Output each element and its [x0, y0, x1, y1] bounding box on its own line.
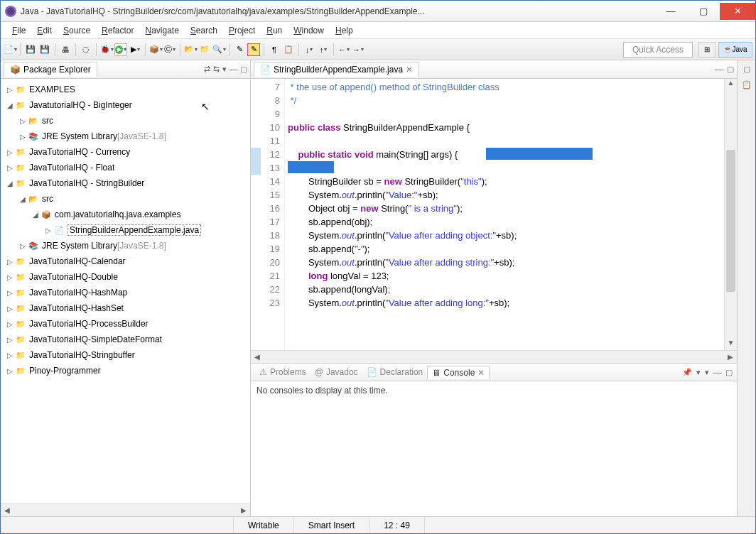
- tree-item[interactable]: ▷📁JavaTutorialHQ - Float: [1, 160, 250, 175]
- menu-source[interactable]: Source: [58, 24, 96, 37]
- right-trim-bar: ▢ 📋: [737, 60, 755, 516]
- tab-declaration[interactable]: 📄 Declaration: [362, 366, 428, 378]
- skip-breakpoints-button[interactable]: ◌: [80, 43, 92, 56]
- vertical-scrollbar[interactable]: ▲ ▼: [724, 79, 737, 350]
- maximize-view-icon[interactable]: ▢: [240, 65, 247, 74]
- minimize-view-icon[interactable]: —: [230, 65, 237, 74]
- menu-window[interactable]: Window: [288, 24, 330, 37]
- editor-horizontal-scrollbar[interactable]: ◀ ▶: [251, 350, 737, 363]
- package-tree[interactable]: ▷📁EXAMPLES◢📁JavatutorialHQ - BigInteger▷…: [1, 79, 250, 503]
- tree-item[interactable]: ▷📂src: [1, 113, 250, 129]
- back-button[interactable]: ←: [338, 43, 350, 56]
- main-toolbar: 📄 💾 💾 🖶 ◌ 🐞 ▶ ▶ 📦 Ⓒ 📂 📁 🔍 ✎ ✎ ¶ 📋 ↓ ↑ ← …: [1, 39, 755, 60]
- package-explorer-tab[interactable]: 📦 Package Explorer: [4, 62, 97, 77]
- maximize-button[interactable]: ▢: [687, 3, 720, 20]
- tree-item[interactable]: ◢📂src: [1, 191, 250, 207]
- code-editor[interactable]: 7891011121314151617181920212223 * the us…: [251, 79, 737, 350]
- open-perspective-button[interactable]: ⊞: [698, 42, 716, 58]
- line-gutter[interactable]: 7891011121314151617181920212223: [251, 79, 285, 350]
- save-button[interactable]: 💾: [24, 43, 37, 56]
- tab-javadoc[interactable]: @ Javadoc: [310, 366, 362, 378]
- eclipse-icon: [5, 6, 16, 17]
- display-console-icon[interactable]: ▾: [696, 368, 701, 377]
- new-package-button[interactable]: 📦: [149, 43, 162, 56]
- new-button[interactable]: 📄: [4, 43, 16, 56]
- minimize-editor-icon[interactable]: —: [715, 65, 723, 74]
- minimize-button[interactable]: —: [654, 3, 687, 20]
- quick-access[interactable]: Quick Access: [623, 42, 693, 58]
- scroll-left-icon[interactable]: ◀: [1, 506, 14, 514]
- horizontal-scrollbar[interactable]: ◀ ▶: [1, 503, 250, 516]
- tree-item[interactable]: ▷📚JRE System Library [JavaSE-1.8]: [1, 238, 250, 254]
- link-editor-icon[interactable]: ⇆: [213, 65, 220, 74]
- menu-file[interactable]: File: [6, 24, 31, 37]
- print-button[interactable]: 🖶: [59, 43, 72, 56]
- status-position: 12 : 49: [369, 517, 425, 533]
- restore-icon[interactable]: ▢: [741, 65, 752, 76]
- tab-problems[interactable]: ⚠ Problems: [255, 366, 310, 378]
- tree-item[interactable]: ▷📁Pinoy-Programmer: [1, 363, 250, 378]
- outline-icon[interactable]: 📋: [741, 80, 752, 92]
- next-annotation-button[interactable]: ↓: [303, 43, 315, 56]
- tree-item[interactable]: ▷📁JavaTutorialHQ-ProcessBuilder: [1, 316, 250, 332]
- new-class-button[interactable]: Ⓒ: [163, 43, 176, 56]
- run-button[interactable]: ▶: [114, 43, 127, 56]
- status-writable: Writable: [234, 517, 294, 533]
- debug-button[interactable]: 🐞: [100, 43, 113, 56]
- scroll-left-icon[interactable]: ◀: [251, 353, 264, 361]
- save-all-button[interactable]: 💾: [38, 43, 51, 56]
- menu-refactor[interactable]: Refactor: [96, 24, 139, 37]
- menu-navigate[interactable]: Navigate: [139, 24, 184, 37]
- view-menu-icon[interactable]: ▾: [222, 65, 227, 74]
- open-task-button[interactable]: 📁: [198, 43, 211, 56]
- show-whitespace-button[interactable]: ¶: [268, 43, 281, 56]
- menu-run[interactable]: Run: [261, 24, 288, 37]
- menu-project[interactable]: Project: [223, 24, 261, 37]
- editor-area: 📄 StringBuilderAppendExample.java ✕ — ▢ …: [251, 60, 737, 516]
- menu-help[interactable]: Help: [330, 24, 359, 37]
- search-button[interactable]: 🔍: [212, 43, 225, 56]
- tree-item[interactable]: ▷📄StringBuilderAppendExample.java: [1, 222, 250, 238]
- tree-item[interactable]: ◢📁JavaTutorialHQ - StringBuilder: [1, 175, 250, 191]
- forward-button[interactable]: →: [352, 43, 364, 56]
- tree-item[interactable]: ▷📁JavaTutorialHQ-HashMap: [1, 285, 250, 300]
- tree-item[interactable]: ▷📚JRE System Library [JavaSE-1.8]: [1, 129, 250, 144]
- tree-item[interactable]: ▷📁JavaTutorialHQ-HashSet: [1, 300, 250, 316]
- maximize-editor-icon[interactable]: ▢: [727, 65, 734, 74]
- tree-item[interactable]: ▷📁JavaTutorialHQ-Calendar: [1, 254, 250, 269]
- menu-search[interactable]: Search: [185, 24, 223, 37]
- scroll-right-icon[interactable]: ▶: [237, 506, 250, 514]
- open-console-icon[interactable]: ▾: [705, 368, 709, 377]
- toggle-mark-button[interactable]: ✎: [233, 43, 246, 56]
- scroll-right-icon[interactable]: ▶: [724, 353, 737, 361]
- close-button[interactable]: ✕: [720, 3, 755, 20]
- menu-bar: FileEditSourceRefactorNavigateSearchProj…: [1, 22, 755, 39]
- toggle-block-button[interactable]: ✎: [247, 43, 260, 56]
- close-tab-icon[interactable]: ✕: [406, 65, 413, 75]
- annotation-button[interactable]: 📋: [282, 43, 295, 56]
- scroll-up-icon[interactable]: ▲: [725, 79, 737, 90]
- editor-tab[interactable]: 📄 StringBuilderAppendExample.java ✕: [254, 62, 419, 77]
- tree-item[interactable]: ▷📁JavaTutorialHQ - Currency: [1, 144, 250, 160]
- tree-item[interactable]: ▷📁JavaTutorialHQ-SimpleDateFormat: [1, 332, 250, 347]
- java-perspective-button[interactable]: ☕ Java: [718, 42, 752, 58]
- tree-item[interactable]: ▷📁EXAMPLES: [1, 82, 250, 97]
- menu-edit[interactable]: Edit: [31, 24, 58, 37]
- maximize-bottom-icon[interactable]: ▢: [725, 368, 733, 377]
- bottom-tabs: ⚠ Problems@ Javadoc📄 Declaration🖥 Consol…: [251, 363, 737, 381]
- open-type-button[interactable]: 📂: [184, 43, 197, 56]
- tree-item[interactable]: ▷📁JavaTutorialHQ-Double: [1, 269, 250, 285]
- status-insert: Smart Insert: [294, 517, 369, 533]
- tree-item[interactable]: ◢📦com.javatutorialhq.java.examples: [1, 207, 250, 222]
- tree-item[interactable]: ◢📁JavatutorialHQ - BigInteger: [1, 97, 250, 113]
- tree-item[interactable]: ▷📁JavaTutorialHQ-Stringbuffer: [1, 347, 250, 363]
- scroll-thumb[interactable]: [726, 150, 735, 292]
- minimize-bottom-icon[interactable]: —: [713, 368, 721, 377]
- title-bar: Java - JavaTutorialHQ - StringBuilder/sr…: [1, 1, 755, 22]
- collapse-all-icon[interactable]: ⇄: [204, 65, 210, 74]
- tab-console[interactable]: 🖥 Console ✕: [427, 366, 490, 379]
- pin-console-icon[interactable]: 📌: [682, 368, 692, 377]
- prev-annotation-button[interactable]: ↑: [317, 43, 330, 56]
- run-last-button[interactable]: ▶: [129, 43, 141, 56]
- scroll-down-icon[interactable]: ▼: [725, 339, 737, 350]
